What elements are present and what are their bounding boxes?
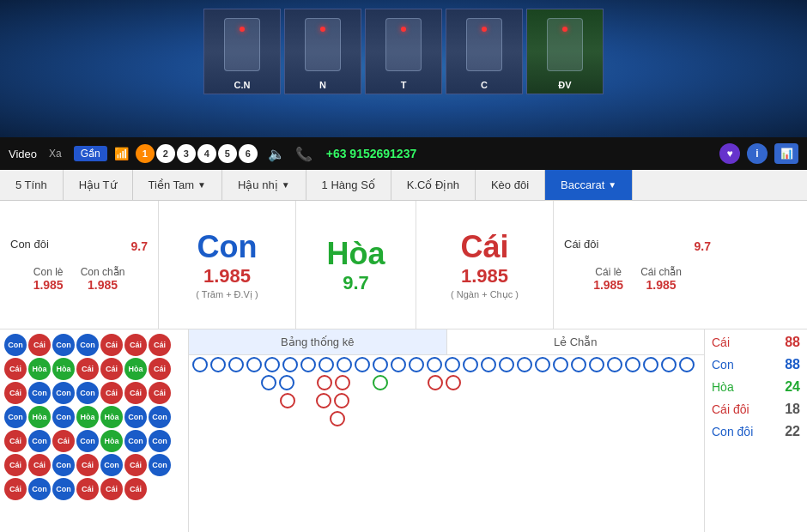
xa-button[interactable]: Xa [44,146,67,161]
cai-section-right: Cái đôi 9.7 Cái lè 1.985 Cái chẵn 1.985 [554,201,721,329]
circle-blue [481,357,496,372]
grid-dot: Con [76,334,99,356]
num-btn-6[interactable]: 6 [239,144,258,163]
num-btn-2[interactable]: 2 [156,144,175,163]
grid-dot: Cái [124,382,147,404]
hoa-odds: 9.7 [343,272,369,294]
cai-le-label: Cái lè [593,266,623,278]
circle-blue [427,357,442,372]
grid-dot: Con [52,406,75,428]
tab-keo-doi[interactable]: Kèo đôi [476,170,545,200]
info-icon[interactable]: i [747,143,768,164]
thumb-3[interactable]: T [365,9,442,94]
hoa-label: Hòa [326,236,385,272]
stat-con-val: 88 [785,357,800,372]
grid-dot: Cái [149,382,171,404]
stat-con-doi-val: 22 [785,424,800,439]
circle-blue [625,357,640,372]
circle-blue [300,357,316,372]
thumb-3-label: T [366,80,441,90]
circles-area [189,355,704,532]
grid-dot: Hòa [100,406,123,428]
grid-dot: Cái [124,478,147,500]
num-btn-4[interactable]: 4 [197,144,216,163]
tab-k-co-dinh[interactable]: K.Cố Định [391,170,476,200]
con-doi-label: Con đôi [10,238,49,251]
bottom-area: ConCáiConConCáiCáiCáiCáiHòaHòaCáiCáiHòaC… [0,329,807,532]
tab-baccarat[interactable]: Baccarat ▼ [545,170,633,200]
chart-icon[interactable]: 📊 [774,143,798,164]
grid-dot: Hòa [28,358,51,380]
circle-red [446,375,461,390]
gan-button[interactable]: Gần [74,146,107,161]
grid-dot: Cái [4,478,27,500]
thumb-5[interactable]: ĐV [526,9,604,94]
heart-icon[interactable]: ♥ [719,143,740,164]
grid-dot: Cái [76,454,99,476]
stat-con-doi-row: Con đôi 22 [712,424,800,439]
cai-chan-label: Cái chẵn [640,266,682,278]
grid-dot: Con [100,454,123,476]
cai-main-section: Cái 1.985 ( Ngàn + Chục ) [416,201,554,329]
circle-blue [279,375,294,390]
grid-dot: Cái [4,382,27,404]
grid-dot: Con [124,430,147,452]
tab-5-tinh[interactable]: 5 Tính [0,170,64,200]
grid-dot: Cái [4,358,27,380]
phone-icon[interactable]: 📞 [295,146,312,162]
tab-hau-nhi[interactable]: Hậu nhị ▼ [222,170,306,200]
betting-area: Con đôi 9.7 Con lè 1.985 Con chẵn 1.985 … [0,201,807,329]
volume-icon[interactable]: 🔈 [268,146,285,162]
grid-dot: Cái [100,382,123,404]
grid-dot: Cái [28,334,51,356]
circle-blue [210,357,226,372]
circle-blue [409,357,424,372]
tab-hau-tu[interactable]: Hậu Tứ [64,170,133,200]
thumb-4[interactable]: C [446,9,523,94]
circle-red [335,375,350,390]
grid-dot: Cái [100,334,123,356]
cai-note: ( Ngàn + Chục ) [451,289,519,300]
cai-doi-label: Cái đôi [564,238,598,251]
stat-hoa-label: Hòa [712,380,734,394]
grid-dot: Con [149,430,171,452]
con-main-val: 1.985 [203,265,251,287]
grid-dot: Cái [28,454,51,476]
circle-blue [228,357,244,372]
grid-dot: Con [149,406,171,428]
num-btn-1[interactable]: 1 [136,144,155,163]
stat-cai-val: 88 [785,335,800,350]
circle-red [317,375,332,390]
num-btn-3[interactable]: 3 [177,144,196,163]
circle-blue [607,357,622,372]
grid-dot: Cái [76,358,99,380]
grid-dot: Cái [149,334,171,356]
baccarat-arrow: ▼ [608,180,616,190]
circle-red [334,393,349,408]
grid-dot: Hòa [100,430,123,452]
stat-hoa-row: Hòa 24 [712,379,800,395]
hoa-section: Hòa 9.7 [296,201,416,329]
circle-blue [264,357,280,372]
thumb-4-label: C [446,80,522,90]
tab-1-hang-so[interactable]: 1 Hàng Số [306,170,391,200]
circle-blue [589,357,604,372]
grid-dot: Con [28,382,51,404]
thumb-1[interactable]: C.N [203,9,281,94]
circle-blue [373,357,388,372]
stat-cai-row: Cái 88 [712,335,800,350]
con-section-left: Con đôi 9.7 Con lè 1.985 Con chẵn 1.985 [0,201,159,329]
circle-red [280,393,295,408]
circle-blue [355,357,370,372]
thumb-2-label: N [285,80,361,90]
video-area: C.N N T C ĐV [0,0,807,137]
grid-area: ConCáiConConCáiCáiCáiCáiHòaHòaCáiCáiHòaC… [0,329,189,532]
tab-tien-tam[interactable]: Tiền Tam ▼ [133,170,222,200]
cai-doi-odds: 9.7 [695,239,711,253]
nav-tabs: 5 Tính Hậu Tứ Tiền Tam ▼ Hậu nhị ▼ 1 Hàn… [0,170,807,201]
thumb-2[interactable]: N [284,9,361,94]
num-btn-5[interactable]: 5 [218,144,237,163]
phone-number: +63 9152691237 [326,147,417,160]
wifi-icon: 📶 [114,147,129,160]
stats-le-chan: Lẻ Chẵn [447,329,705,355]
